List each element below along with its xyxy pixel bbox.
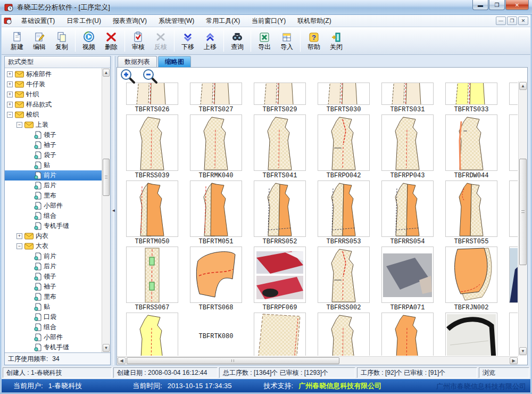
thumbnail-cell[interactable]: TBFRST055	[439, 180, 503, 247]
tree-item-专机手缝[interactable]: 专机手缝	[5, 221, 102, 231]
tree-item-牛仔装[interactable]: +牛仔装	[5, 79, 102, 89]
grid-scroll-right-icon[interactable]: ▶	[510, 357, 518, 364]
thumbnail-cell[interactable]: TBFRSS067	[120, 247, 184, 313]
thumbnail-cell[interactable]: TBFRRS053	[312, 180, 376, 247]
tree-item-前片[interactable]: 前片	[5, 251, 102, 261]
thumbnail-cell[interactable]: TBFRSS002	[312, 247, 376, 313]
thumbnail-image[interactable]	[254, 313, 306, 356]
thumbnail-image[interactable]	[381, 247, 434, 303]
grid-vscroll-thumb[interactable]	[519, 159, 527, 265]
thumbnail-cell[interactable]	[439, 313, 503, 356]
thumbnail-cell[interactable]	[503, 180, 518, 247]
thumbnail-cell[interactable]: TBFRPP043	[376, 114, 439, 180]
menu-item[interactable]: 当前窗口(Y)	[246, 15, 292, 27]
down-button[interactable]: 下移	[177, 29, 199, 53]
expand-plus-icon[interactable]: +	[7, 92, 13, 97]
thumbnail-image[interactable]	[318, 313, 370, 356]
menu-item[interactable]: 联机帮助(Z)	[292, 15, 337, 27]
thumbnail-image[interactable]	[509, 180, 518, 237]
thumbnail-image[interactable]	[126, 247, 178, 303]
thumbnail-cell[interactable]: TBFRJN002	[439, 247, 503, 313]
thumbnail-cell[interactable]	[312, 313, 376, 356]
grid-scroll-down-icon[interactable]: ▼	[519, 347, 527, 355]
tree-item-标准部件[interactable]: +标准部件	[5, 69, 102, 79]
tree-item-梭织[interactable]: −梭织	[5, 110, 102, 120]
thumbnail-image[interactable]	[254, 180, 306, 237]
menu-item[interactable]: 常用工具(X)	[200, 15, 246, 27]
thumbnail-image[interactable]	[445, 83, 497, 105]
thumbnail-image[interactable]	[509, 114, 518, 171]
thumbnail-cell[interactable]: TBFRTK080	[184, 313, 248, 356]
thumbnail-cell[interactable]	[120, 313, 184, 356]
mdi-close-button[interactable]: ✕	[518, 17, 528, 25]
thumbnail-image[interactable]	[190, 114, 242, 171]
thumbnail-cell[interactable]: TBFRDW044	[439, 114, 503, 180]
expand-minus-icon[interactable]: −	[7, 112, 13, 118]
thumbnail-image[interactable]	[318, 247, 370, 303]
grid-scroll-up-icon[interactable]: ▲	[519, 82, 527, 90]
thumbnail-image[interactable]	[190, 83, 242, 105]
tree-item-组合[interactable]: 组合	[5, 211, 102, 221]
expand-minus-icon[interactable]: −	[16, 243, 22, 249]
thumbnail-image[interactable]	[381, 114, 434, 171]
thumbnail-cell[interactable]: TBFRTS030	[312, 83, 376, 114]
mdi-minimize-button[interactable]: —	[496, 17, 506, 25]
tree-item-领子[interactable]: 领子	[5, 130, 102, 140]
thumbnail-image[interactable]	[126, 114, 178, 171]
expand-plus-icon[interactable]: +	[7, 71, 13, 77]
tree-item-组合[interactable]: 组合	[5, 322, 102, 332]
panel-splitter[interactable]: ◄	[111, 56, 116, 365]
grid-horizontal-scrollbar[interactable]: ◀ ▶	[117, 356, 518, 365]
tree-item-内衣[interactable]: +内衣	[5, 231, 102, 241]
tree-scroll-up-icon[interactable]: ▲	[103, 69, 110, 77]
tree-item-大衣[interactable]: −大衣	[5, 241, 102, 251]
thumbnail-cell[interactable]: TBFRTS033	[439, 83, 503, 114]
tree-item-贴[interactable]: 贴	[5, 160, 102, 170]
audit-button[interactable]: 审核	[127, 29, 149, 53]
thumbnail-image[interactable]	[381, 83, 434, 105]
minimize-button[interactable]: ▬	[472, 0, 488, 10]
thumbnail-cell[interactable]: TBFRRS054	[376, 180, 439, 247]
thumbnail-image[interactable]	[254, 83, 306, 105]
tree-item-袖子[interactable]: 袖子	[5, 140, 102, 150]
thumbnail-image[interactable]	[445, 180, 497, 237]
thumbnail-image[interactable]	[254, 114, 306, 171]
tree-item-袖子[interactable]: 袖子	[5, 282, 102, 292]
expand-plus-icon[interactable]: +	[7, 102, 13, 108]
thumbnail-cell[interactable]: TBFRTS031	[376, 83, 439, 114]
thumbnail-image[interactable]	[190, 180, 242, 237]
export-button[interactable]: 导出	[253, 29, 276, 53]
thumbnail-cell[interactable]: TBFRTS041	[248, 114, 312, 180]
tab-数据列表[interactable]: 数据列表	[118, 56, 157, 67]
search-button[interactable]: 查询	[226, 29, 248, 53]
tree-item-样品款式[interactable]: +样品款式	[5, 100, 102, 110]
thumbnail-cell[interactable]	[503, 313, 518, 356]
menu-item[interactable]: 报表查询(V)	[107, 15, 153, 27]
edit-button[interactable]: 编辑	[28, 29, 51, 53]
thumbnail-image[interactable]	[381, 313, 434, 356]
thumbnail-cell[interactable]: TBFRTS027	[184, 83, 248, 114]
exit-button[interactable]: 关闭	[325, 29, 347, 53]
menu-item[interactable]: 日常工作(U)	[61, 15, 107, 27]
tree-item-小部件[interactable]: 小部件	[5, 332, 102, 342]
up-button[interactable]: 上移	[199, 29, 221, 53]
thumbnail-cell[interactable]: TBFRSS039	[120, 114, 184, 180]
thumbnail-image[interactable]	[318, 83, 370, 105]
thumbnail-image[interactable]	[126, 313, 178, 356]
grid-hscroll-thumb[interactable]	[127, 357, 339, 364]
tab-缩略图[interactable]: 缩略图	[158, 56, 191, 67]
thumbnail-cell[interactable]: TBFRMK040	[184, 114, 248, 180]
tree-item-前片[interactable]: 前片	[5, 170, 102, 180]
expand-plus-icon[interactable]: +	[7, 81, 13, 87]
expand-minus-icon[interactable]: −	[16, 122, 22, 128]
grid-vertical-scrollbar[interactable]: ▲ ▼	[518, 81, 527, 356]
close-button[interactable]: ✕	[505, 0, 529, 10]
expand-plus-icon[interactable]: +	[16, 233, 22, 239]
thumbnail-image[interactable]	[190, 247, 242, 303]
thumbnail-cell[interactable]	[376, 313, 439, 356]
tree-scroll-down-icon[interactable]: ▼	[103, 344, 110, 352]
thumbnail-cell[interactable]: TBFRTS029	[248, 83, 312, 114]
new-button[interactable]: 新建	[6, 29, 28, 53]
thumbnail-cell[interactable]: TBFRPO042	[312, 114, 376, 180]
tree-scrollbar[interactable]: ▲ ▼	[102, 68, 110, 352]
